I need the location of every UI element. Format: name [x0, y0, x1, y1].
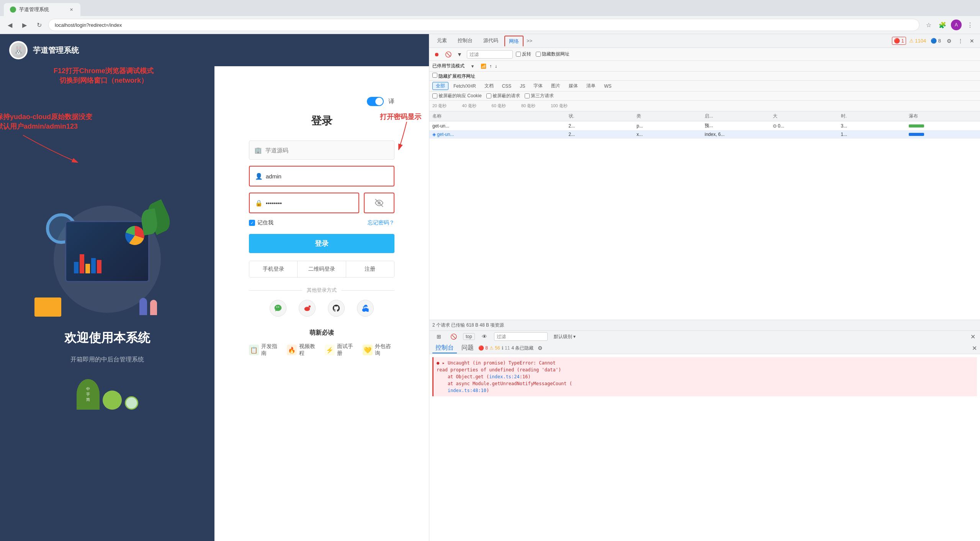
filter-js-btn[interactable]: JS	[516, 83, 528, 90]
network-checkboxes: 反转 隐藏数据网址	[516, 51, 569, 57]
interview-link[interactable]: ⚡ 面试手册	[325, 343, 357, 357]
github-login-btn[interactable]	[328, 300, 345, 317]
filter-ws-btn[interactable]: WS	[600, 83, 615, 90]
filter-input[interactable]	[467, 50, 513, 59]
register-btn[interactable]: 注册	[346, 261, 394, 277]
menu-button[interactable]: ⋮	[965, 20, 975, 30]
filter-type-row: 全部 Fetch/XHR 文档 CSS JS 字体 图片 媒体 清单 WS	[429, 81, 980, 92]
filter-all-btn[interactable]: 全部	[432, 82, 448, 90]
devtools-settings-btn[interactable]: ⚙	[944, 36, 954, 46]
top-btn[interactable]: top	[463, 333, 475, 340]
devtools-more-btn[interactable]: ⋮	[955, 36, 965, 46]
filter-manifest-btn[interactable]: 清单	[583, 82, 599, 90]
issues-warn-count: ⚠ 56	[489, 345, 500, 351]
forward-button[interactable]: ▶	[19, 20, 30, 30]
third-party-checkbox[interactable]: 第三方请求	[525, 93, 554, 99]
record-btn[interactable]: ⏺	[432, 50, 441, 59]
issues-settings-btn[interactable]: ⚙	[535, 343, 545, 353]
weibo-login-btn[interactable]	[299, 300, 316, 317]
wechat-login-btn[interactable]	[270, 300, 286, 317]
main-wrapper: 🐰 芋道管理系统	[0, 34, 980, 541]
dt-tab-sources[interactable]: 源代码	[479, 35, 503, 47]
remember-me[interactable]: ✓ 记住我	[249, 219, 273, 226]
blocked-req-checkbox[interactable]: 被屏蔽的请求	[486, 93, 520, 99]
col-size: 大	[773, 113, 841, 119]
password-input[interactable]	[250, 193, 358, 212]
console-error-1: ● ▸ Uncaught (in promise) TypeError: Can…	[432, 357, 977, 396]
filter-xhr-btn[interactable]: Fetch/XHR	[450, 83, 479, 90]
logo-avatar: 🐰	[9, 41, 28, 59]
qr-login-btn[interactable]: 二维码登录	[298, 261, 346, 277]
issues-info-count: ℹ 11	[502, 345, 510, 351]
username-input[interactable]	[250, 167, 394, 186]
dt-tab-elements[interactable]: 元素	[432, 35, 452, 47]
col-time: 时.	[841, 113, 909, 119]
forgot-password-link[interactable]: 忘记密码？	[368, 219, 394, 226]
console-settings-btn[interactable]: ⊞	[434, 332, 444, 342]
filter-css-btn[interactable]: CSS	[499, 83, 515, 90]
blocked-cookie-checkbox[interactable]: 被屏蔽的响应 Cookie	[432, 93, 482, 99]
error-link-1[interactable]: index.ts:24	[489, 374, 519, 379]
devtools-main: 名称 状. 类 启... 大 时. 瀑布 get-un... 2... p...…	[429, 111, 980, 541]
phone-login-btn[interactable]: 手机登录	[249, 261, 298, 277]
browser-tab[interactable]: 芋道管理系统 ✕	[4, 3, 80, 16]
remember-checkbox[interactable]: ✓	[249, 220, 255, 226]
dt-tab-console[interactable]: 控制台	[453, 35, 477, 47]
username-box: 👤	[249, 166, 394, 186]
timeline-100: 100 毫秒	[551, 103, 567, 109]
filter-font-btn[interactable]: 字体	[530, 82, 546, 90]
outsource-link[interactable]: 💛 外包咨询	[363, 343, 394, 357]
bookmark-button[interactable]: ☆	[923, 20, 934, 30]
network-summary: 2 个请求 已传输 618 B 48 B 项资源	[429, 320, 980, 330]
profile-avatar[interactable]: A	[951, 20, 962, 30]
filter-btn[interactable]: ▼	[455, 50, 464, 59]
filter-media-btn[interactable]: 媒体	[565, 82, 581, 90]
console-ban-btn[interactable]: 🚫	[448, 332, 458, 342]
alipay-login-btn[interactable]	[357, 300, 374, 317]
other-login-label: 其他登录方式	[249, 287, 394, 294]
reload-button[interactable]: ↻	[34, 20, 44, 30]
filter-img-btn[interactable]: 图片	[548, 82, 564, 90]
issues-close-btn[interactable]: ✕	[972, 345, 977, 352]
dt-tab-network[interactable]: 网络	[504, 36, 524, 46]
default-level-label: 默认级别 ▾	[554, 333, 576, 340]
console-filter-input[interactable]	[494, 332, 548, 341]
password-eye-box[interactable]	[364, 193, 394, 213]
dt-tab-more[interactable]: >>	[525, 38, 534, 44]
throttle-dropdown[interactable]: ▼	[468, 61, 478, 71]
console-close-btn[interactable]: ✕	[970, 333, 975, 340]
url-input[interactable]	[48, 19, 919, 31]
back-button[interactable]: ◀	[5, 20, 15, 30]
hide-extension-checkbox[interactable]: 隐藏扩展程序网址	[432, 73, 475, 80]
error-link-2[interactable]: index.ts:48:10	[448, 388, 486, 393]
hide-data-checkbox[interactable]: 隐藏数据网址	[536, 51, 569, 57]
interview-icon: ⚡	[325, 345, 335, 355]
toggle-switch[interactable]	[367, 97, 384, 106]
eye-btn[interactable]: 👁	[479, 332, 489, 342]
network-toolbar: ⏺ 🚫 ▼ 反转 隐藏数据网址	[429, 48, 980, 61]
lang-button[interactable]: 译	[388, 98, 394, 106]
network-row-2[interactable]: ◈ get-un... 2... x... index, 6... 1...	[429, 131, 980, 139]
devtools-top-tabs: 元素 控制台 源代码 网络 >> 🔴 1 ⚠ 1104 🔵 8 ⚙ ⋮ ✕	[429, 34, 980, 48]
login-button[interactable]: 登录	[249, 234, 394, 253]
password-input-container: 🔒	[249, 193, 359, 213]
dev-guide-link[interactable]: 📋 开发指南	[249, 343, 281, 357]
illustration	[27, 198, 188, 320]
preserve-log-checkbox[interactable]: 反转	[516, 51, 531, 57]
clear-btn[interactable]: 🚫	[444, 50, 452, 59]
extensions-button[interactable]: 🧩	[937, 20, 948, 30]
devtools-close-btn[interactable]: ✕	[967, 36, 977, 46]
address-bar: ◀ ▶ ↻ ☆ 🧩 A ⋮	[0, 16, 980, 34]
video-tutorial-link[interactable]: 🔥 视频教程	[287, 343, 319, 357]
devtools-panel: 元素 控制台 源代码 网络 >> 🔴 1 ⚠ 1104 🔵 8 ⚙ ⋮ ✕ ⏺ …	[429, 34, 980, 541]
illus-screen	[66, 222, 148, 281]
filter-doc-btn[interactable]: 文档	[481, 82, 497, 90]
col-initiator: 启...	[705, 113, 773, 119]
issues-tab[interactable]: 问题	[458, 343, 477, 353]
svg-point-3	[309, 306, 311, 308]
tenant-input[interactable]	[249, 141, 394, 160]
network-row-1[interactable]: get-un... 2... p... 预... ⊙ 0... 3...	[429, 121, 980, 131]
console-bottom-bar: ⊞ 🚫 top 👁 默认级别 ▾ ✕	[429, 330, 980, 343]
tab-close-btn[interactable]: ✕	[68, 7, 74, 13]
console-tab[interactable]: 控制台	[432, 343, 457, 353]
